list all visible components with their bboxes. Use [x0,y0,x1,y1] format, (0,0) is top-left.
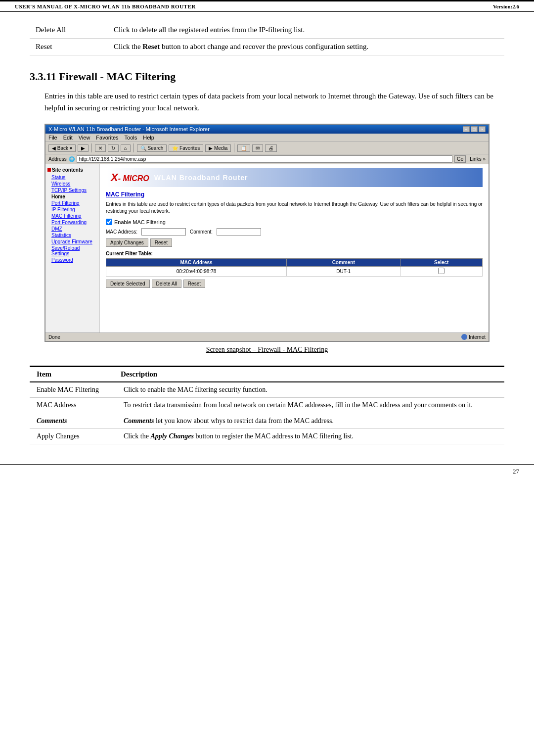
minimize-button[interactable]: − [463,126,470,132]
go-button[interactable]: Go [454,155,466,163]
menu-favorites[interactable]: Favorites [96,135,118,141]
address-input[interactable] [77,155,452,163]
item-enable-mac: Enable MAC Filtering [30,382,114,398]
sidebar-item-tcpip[interactable]: TCP/IP Settings [47,187,97,193]
sidebar-item-ipfiltering[interactable]: IP Filtering [47,206,97,213]
window-controls[interactable]: − □ × [463,126,486,132]
comment-input[interactable] [217,228,261,236]
status-internet: Internet [461,334,486,340]
sidebar-item-status[interactable]: Status [47,174,97,181]
forward-button[interactable]: ▶ [78,144,89,152]
menu-view[interactable]: View [79,135,90,141]
close-button[interactable]: × [479,126,486,132]
page-number: 27 [513,468,519,475]
history-button[interactable]: 📋 [237,144,250,152]
search-button[interactable]: 🔍 Search [137,144,167,152]
sidebar-item-password[interactable]: Password [47,257,97,263]
menu-tools[interactable]: Tools [125,135,137,141]
item-reset: Reset [30,39,99,55]
sidebar-item-macfiltering[interactable]: MAC Filtering [47,213,97,219]
screenshot-caption: Screen snapshot – Firewall - MAC Filteri… [44,346,490,354]
browser-screenshot: X-Micro WLAN 11b Broadband Router - Micr… [44,124,490,342]
col-mac-address: MAC Address [106,259,287,267]
logo-x: X [111,171,118,184]
browser-menubar: File Edit View Favorites Tools Help [45,134,489,142]
menu-edit[interactable]: Edit [63,135,73,141]
cell-select[interactable] [400,267,483,277]
favorites-button[interactable]: ⭐ Favorites [169,144,203,152]
item-mac-address: MAC AddressComments [30,398,114,429]
table-row: Reset Click the Reset button to abort ch… [30,39,504,55]
footer-bar: 27 [0,464,534,478]
cell-mac: 00:20:e4:00:98:78 [106,267,287,277]
menu-help[interactable]: Help [143,135,154,141]
mac-filtering-section: MAC Filtering Entries in this table are … [106,191,483,288]
item-apply-changes: Apply Changes [30,429,114,444]
mac-description: Entries in this table are used to restri… [106,201,483,215]
mac-filtering-title: MAC Filtering [106,191,483,198]
reset2-button[interactable]: Reset [183,280,205,288]
home-button[interactable]: ⌂ [121,144,131,152]
description-table: Item Description Enable MAC Filtering Cl… [30,366,504,444]
toolbar-separator2 [134,143,134,152]
section-heading: 3.3.11 Firewall - MAC Filtering [30,70,504,83]
mac-input-row: MAC Address: Comment: [106,228,483,236]
print-button[interactable]: 🖨 [265,144,277,152]
browser-main-panel: X- MICRO WLAN Broadband Router MAC Filte… [100,164,489,332]
delete-all-button[interactable]: Delete All [152,280,181,288]
sidebar-item-dmz[interactable]: DMZ [47,226,97,232]
sidebar-item-statistics[interactable]: Statistics [47,232,97,238]
reset-button[interactable]: Reset [150,238,172,247]
mac-address-input[interactable] [141,228,186,236]
col-comment: Comment [286,259,400,267]
links-button[interactable]: Links » [470,156,486,162]
cell-comment: DUT-1 [286,267,400,277]
col-item: Item [30,367,114,382]
sidebar-item-savereload[interactable]: Save/Reload Settings [47,245,97,257]
top-description-table: Delete All Click to delete all the regis… [30,22,504,55]
media-button[interactable]: ▶ Media [205,144,231,152]
router-header: X- MICRO WLAN Broadband Router [106,168,483,187]
mail-button[interactable]: ✉ [252,144,263,152]
table-row: MAC AddressComments To restrict data tra… [30,398,504,429]
browser-sidebar: Site contents Status Wireless TCP/IP Set… [45,164,100,332]
sidebar-item-wireless[interactable]: Wireless [47,181,97,187]
sidebar-item-home[interactable]: Home [47,193,97,200]
apply-changes-button[interactable]: Apply Changes [106,238,148,247]
sidebar-item-portforwarding[interactable]: Port Forwarding [47,219,97,226]
bottom-btn-row: Delete Selected Delete All Reset [106,280,483,288]
enable-mac-label: Enable MAC Filtering [114,219,166,225]
menu-file[interactable]: File [48,135,57,141]
enable-mac-checkbox[interactable] [106,219,112,225]
sidebar-item-firmware[interactable]: Upgrade Firmware [47,238,97,245]
stop-button[interactable]: ✕ [95,144,106,152]
manual-title: USER'S MANUAL OF X-MICRO WLAN 11b BROADB… [15,3,196,9]
version: Version:2.6 [493,3,519,9]
desc-apply-changes: Click the Apply Changes button to regist… [114,429,504,444]
browser-toolbar: ◀ Back ▾ ▶ ✕ ↻ ⌂ 🔍 Search ⭐ Favorites ▶ … [45,142,489,154]
desc-mac-address: To restrict data transmission from local… [114,398,504,429]
filter-table-row: 00:20:e4:00:98:78 DUT-1 [106,267,483,277]
browser-body: Site contents Status Wireless TCP/IP Set… [45,164,489,332]
globe-icon [461,334,467,340]
sidebar-icon [47,168,51,172]
internet-label: Internet [469,334,486,340]
delete-selected-button[interactable]: Delete Selected [106,280,150,288]
desc-enable-mac: Click to enable the MAC filtering securi… [114,382,504,398]
back-button[interactable]: ◀ Back ▾ [48,144,76,152]
toolbar-separator [91,143,92,152]
refresh-button[interactable]: ↻ [108,144,119,152]
desc-reset: Click the Reset button to abort change a… [99,39,504,55]
filter-table: MAC Address Comment Select 00:20:e4:00:9… [106,258,483,277]
sidebar-item-portfiltering[interactable]: Port Filtering [47,200,97,206]
restore-button[interactable]: □ [471,126,478,132]
row-select-checkbox[interactable] [438,268,445,274]
section-body: Entries in this table are used to restri… [44,90,504,114]
browser-title: X-Micro WLAN 11b Broadband Router - Micr… [48,126,210,132]
enable-mac-row: Enable MAC Filtering [106,219,483,225]
browser-addressbar: Address 🌐 Go Links » [45,154,489,164]
table-row: Enable MAC Filtering Click to enable the… [30,382,504,398]
col-description: Description [114,367,504,382]
header-bar: USER'S MANUAL OF X-MICRO WLAN 11b BROADB… [0,0,534,12]
filter-table-title: Current Filter Table: [106,251,483,256]
